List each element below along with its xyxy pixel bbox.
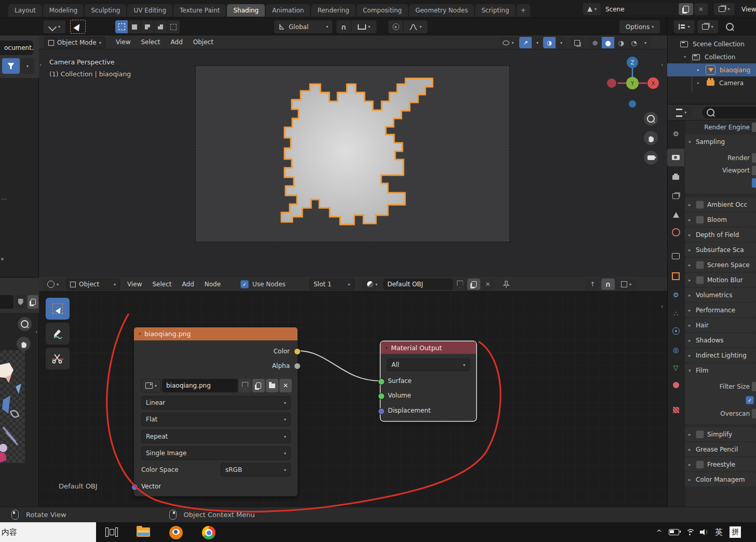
collapse-icon[interactable]: ▾ [385, 346, 387, 350]
scene-delete-button[interactable]: ✕ [694, 3, 708, 15]
image-texture-node[interactable]: ▾ biaoqiang.png Color Alpha ▾ biaoqiang.… [134, 327, 298, 496]
image-editor-collapse-arrow[interactable]: ‹ [35, 328, 37, 335]
tab-collection-properties[interactable] [667, 247, 684, 265]
task-view-button[interactable] [105, 526, 118, 538]
proportional-edit-button[interactable] [388, 20, 403, 33]
render-engine-row[interactable]: Render Engine [685, 121, 756, 134]
options-dropdown[interactable]: Options ▾ [619, 20, 660, 33]
section-color-management[interactable]: ▸ Color Managem [685, 472, 756, 486]
gizmo-dropdown[interactable]: ▾ [533, 37, 542, 48]
tab-particle-properties[interactable]: ∴ [667, 305, 684, 322]
breadcrumb[interactable]: ocument... [0, 41, 33, 55]
section-screen-space-reflections[interactable]: ▸ Screen Space [685, 258, 756, 272]
simplify-checkbox[interactable] [696, 430, 704, 439]
section-freestyle[interactable]: ▸ Freestyle [685, 457, 756, 471]
tab-geometry-nodes[interactable]: Geometry Nodes [409, 4, 474, 17]
bloom-checkbox[interactable] [696, 216, 704, 224]
tab-compositing[interactable]: Compositing [357, 4, 408, 17]
tab-constraint-properties[interactable]: ◎ [667, 341, 684, 359]
shading-rendered-button[interactable]: ◔ [628, 37, 640, 48]
shader-tool-select-box[interactable] [46, 298, 70, 320]
extension-dropdown[interactable]: Repeat ▾ [141, 430, 291, 443]
tab-material-properties[interactable] [667, 376, 684, 394]
transform-orientation-dropdown[interactable]: Global ▾ [274, 20, 332, 33]
viewport-zoom-button[interactable] [644, 112, 658, 126]
material-unlink-button[interactable]: ✕ [481, 279, 494, 290]
viewport-denoise-checkbox[interactable] [752, 178, 756, 188]
filter-options-dropdown[interactable]: ▾ [21, 58, 34, 74]
scene-new-button[interactable] [679, 3, 693, 15]
go-to-parent-button[interactable]: ↑ [586, 279, 599, 290]
section-sampling[interactable]: ▾ Sampling [685, 135, 756, 149]
use-nodes-toggle[interactable]: ✓ Use Nodes [240, 280, 286, 288]
shading-solid-button[interactable]: ● [602, 37, 614, 48]
shader-menu-select[interactable]: Select [147, 278, 177, 290]
object-visibility-dropdown[interactable]: ▾ [498, 37, 518, 48]
blender-app-button[interactable] [169, 526, 183, 539]
tab-scripting[interactable]: Scripting [475, 4, 515, 17]
show-overlays-toggle[interactable]: ◑ [543, 37, 556, 48]
tab-layout[interactable]: Layout [8, 4, 42, 17]
tab-data-properties[interactable]: ▽ [667, 359, 684, 376]
tab-scene-properties[interactable] [667, 206, 684, 223]
image-fake-user-button[interactable] [239, 379, 251, 392]
select-mode-box[interactable] [115, 20, 128, 33]
shading-wireframe-button[interactable]: ⊕ [589, 37, 601, 48]
select-mode-extend[interactable] [128, 20, 141, 33]
vector-input-socket[interactable] [131, 484, 138, 491]
select-mode-intersect[interactable] [167, 20, 180, 33]
scene-browse-button[interactable]: ▾ [583, 3, 601, 15]
scene-name-field[interactable]: Scene [601, 3, 678, 15]
section-grease-pencil[interactable]: ▸ Grease Pencil [685, 442, 756, 456]
expand-arrow-icon[interactable]: ▾ [684, 55, 688, 59]
file-explorer-button[interactable] [137, 526, 151, 538]
shader-menu-node[interactable]: Node [199, 278, 226, 290]
filter-button[interactable] [2, 58, 20, 74]
tab-rendering[interactable]: Rendering [311, 4, 355, 17]
volume-input-socket[interactable] [378, 393, 385, 400]
shader-sidebar-collapse-arrow[interactable]: ‹ [661, 303, 663, 310]
section-bloom[interactable]: ▸ Bloom [685, 213, 756, 227]
material-copy-button[interactable] [467, 279, 480, 290]
section-volumetrics[interactable]: ▸ Volumetrics [685, 288, 756, 302]
snap-toggle-button[interactable]: ∩ [336, 20, 351, 33]
freestyle-checkbox[interactable] [696, 460, 704, 469]
color-output-socket[interactable] [294, 348, 301, 355]
menu-view[interactable]: View [111, 36, 136, 48]
properties-search-input[interactable] [703, 107, 756, 118]
select-mode-subtract[interactable] [141, 20, 154, 33]
tab-sculpting[interactable]: Sculpting [85, 4, 126, 17]
speaker-icon[interactable]: ) [700, 529, 708, 535]
image-unlink-button[interactable]: ✕ [279, 379, 292, 392]
expand-arrow-icon[interactable]: ▸ [697, 81, 701, 85]
sampling-render-row[interactable]: Render [685, 152, 756, 164]
material-browse-button[interactable]: ▾ [362, 279, 383, 290]
viewport-pan-button[interactable] [644, 131, 658, 145]
alpha-output-socket[interactable] [294, 363, 301, 369]
menu-object[interactable]: Object [188, 36, 219, 48]
section-film[interactable]: ▾ Film [685, 363, 756, 377]
section-subsurface-scattering[interactable]: ▸ Subsurface Sca [685, 243, 756, 257]
filter-size-field[interactable] [752, 382, 756, 391]
view-layer-browse-button[interactable]: ▾ [714, 3, 735, 15]
battery-icon[interactable] [669, 529, 679, 535]
viewport-camera-view-button[interactable] [644, 151, 658, 165]
material-output-node[interactable]: ▾ Material Output All ▾ Surface Volume D… [381, 341, 476, 421]
section-motion-blur[interactable]: ▸ Motion Blur [685, 273, 756, 287]
overscan-row[interactable]: Overscan [685, 407, 756, 420]
ambient-occlusion-checkbox[interactable] [696, 201, 704, 209]
shading-dropdown[interactable]: ▾ [641, 37, 650, 48]
tab-physics-properties[interactable] [667, 322, 684, 340]
section-performance[interactable]: ▸ Performance [685, 303, 756, 317]
section-indirect-lighting[interactable]: ▸ Indirect Lighting [685, 348, 756, 362]
tool-dropdown-button[interactable]: ▾ [44, 20, 65, 33]
shader-tool-links-cut[interactable] [46, 348, 70, 369]
shader-editor[interactable] [39, 277, 667, 507]
outliner-row-scene-collection[interactable]: Scene Collection [667, 37, 756, 50]
outliner-filter-dropdown[interactable]: ▾ [697, 20, 718, 33]
image-open-button[interactable] [266, 379, 278, 392]
taskbar-search-box[interactable]: 内容 [0, 522, 96, 542]
tab-output-properties[interactable] [667, 168, 684, 186]
overscan-checkbox[interactable] [752, 409, 756, 418]
view-layer-name-field[interactable]: View La [737, 3, 756, 15]
